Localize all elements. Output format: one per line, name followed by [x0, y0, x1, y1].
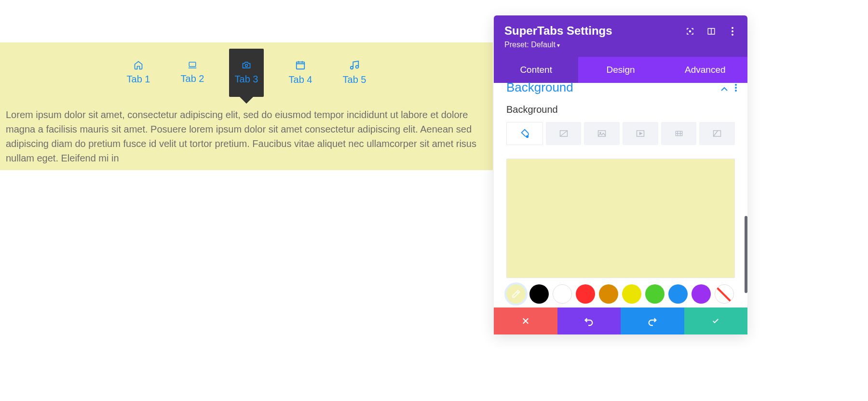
svg-point-4: [356, 66, 359, 68]
swatch-green[interactable]: [645, 284, 665, 304]
tab-content-settings[interactable]: Content: [494, 57, 578, 83]
panel-footer: [494, 307, 747, 334]
preset-label[interactable]: Preset: Default▾: [504, 40, 612, 49]
bg-type-pattern[interactable]: [661, 122, 697, 145]
swatch-blue[interactable]: [668, 284, 688, 304]
svg-point-8: [732, 30, 733, 32]
svg-point-16: [600, 132, 601, 133]
panel-tab-bar: Content Design Advanced: [494, 57, 747, 83]
home-icon: [133, 60, 144, 70]
svg-point-3: [351, 67, 353, 69]
more-vertical-icon[interactable]: [735, 80, 737, 95]
section-title: Background: [506, 80, 573, 95]
tab-5[interactable]: Tab 5: [337, 49, 372, 97]
tab-content: Lorem ipsum dolor sit amet, consectetur …: [0, 103, 493, 170]
swatch-none[interactable]: [715, 284, 734, 304]
music-icon: [349, 60, 360, 70]
preview-area: Tab 1 Tab 2 Tab 3 Tab 4 Tab 5: [0, 42, 493, 170]
settings-panel: SuperTabs Settings Preset: Default▾ Cont…: [494, 15, 747, 334]
tab-bar: Tab 1 Tab 2 Tab 3 Tab 4 Tab 5: [0, 42, 493, 103]
camera-icon: [241, 60, 252, 70]
svg-rect-0: [189, 62, 196, 67]
svg-point-1: [245, 64, 248, 67]
tab-design-settings[interactable]: Design: [578, 57, 663, 83]
swatch-black[interactable]: [529, 284, 549, 304]
svg-point-10: [735, 84, 737, 86]
background-subheader: Background: [494, 94, 747, 122]
redo-button[interactable]: [621, 307, 684, 334]
svg-point-12: [735, 90, 737, 92]
tab-label: Tab 5: [343, 74, 366, 85]
swatch-white[interactable]: [553, 284, 572, 304]
panel-header: SuperTabs Settings Preset: Default▾: [494, 15, 747, 57]
svg-point-13: [526, 136, 528, 138]
tab-3[interactable]: Tab 3: [229, 49, 264, 97]
calendar-icon: [295, 60, 306, 70]
bg-type-image[interactable]: [584, 122, 620, 145]
color-preview[interactable]: [506, 159, 735, 278]
tab-label: Tab 4: [289, 74, 312, 85]
bg-type-row: [494, 122, 747, 145]
scrollbar-thumb[interactable]: [745, 216, 747, 293]
focus-icon[interactable]: [686, 27, 694, 36]
preset-text: Preset: Default: [504, 40, 556, 49]
swatch-row: [506, 284, 734, 304]
bg-type-color[interactable]: [506, 122, 543, 145]
bg-type-video[interactable]: [623, 122, 658, 145]
more-vertical-icon[interactable]: [728, 27, 737, 36]
swatch-red[interactable]: [576, 284, 595, 304]
laptop-icon: [187, 61, 198, 69]
svg-point-5: [690, 31, 691, 32]
svg-point-11: [735, 87, 737, 89]
panel-title: SuperTabs Settings: [504, 24, 612, 38]
tab-advanced-settings[interactable]: Advanced: [663, 57, 747, 83]
tab-2[interactable]: Tab 2: [175, 49, 210, 97]
bg-type-mask[interactable]: [699, 122, 735, 145]
svg-point-7: [732, 27, 733, 29]
caret-down-icon: ▾: [557, 42, 560, 49]
columns-icon[interactable]: [707, 27, 716, 36]
bg-type-gradient[interactable]: [546, 122, 582, 145]
swatch-purple[interactable]: [692, 284, 711, 304]
svg-rect-15: [598, 131, 606, 136]
tab-4[interactable]: Tab 4: [283, 49, 318, 97]
panel-body: Background Background: [494, 80, 747, 307]
close-button[interactable]: [494, 307, 557, 334]
tab-label: Tab 1: [127, 74, 150, 85]
swatch-orange[interactable]: [599, 284, 618, 304]
tab-label: Tab 3: [235, 74, 258, 85]
undo-button[interactable]: [557, 307, 621, 334]
swatch-yellow[interactable]: [622, 284, 641, 304]
collapse-icon[interactable]: [720, 80, 728, 95]
svg-rect-2: [297, 62, 305, 69]
tab-1[interactable]: Tab 1: [121, 49, 156, 97]
confirm-button[interactable]: [684, 307, 748, 334]
eyedropper-swatch[interactable]: [506, 284, 526, 304]
tab-label: Tab 2: [181, 73, 204, 84]
svg-point-9: [732, 34, 733, 36]
section-header[interactable]: Background: [494, 80, 747, 94]
tab-body-text: Lorem ipsum dolor sit amet, consectetur …: [6, 109, 476, 163]
